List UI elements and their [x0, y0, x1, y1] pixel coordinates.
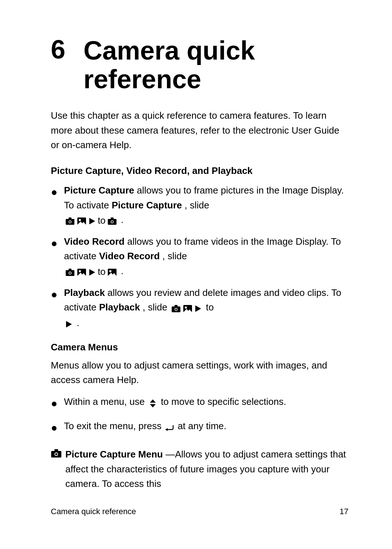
bullet-content-1: Picture Capture allows you to frame pict… — [64, 183, 348, 228]
svg-marker-31 — [89, 269, 95, 276]
svg-marker-19 — [89, 218, 95, 224]
bullet-menu-2: ● To exit the menu, press at any time. — [51, 419, 348, 436]
page-content: 6 Camera quickreference Use this chapter… — [51, 29, 348, 491]
slide-icons-2: to — [65, 264, 117, 279]
page-footer: Camera quick reference 17 — [51, 507, 348, 516]
bullet-content-2: Video Record allows you to frame videos … — [64, 234, 348, 279]
svg-point-23 — [111, 221, 113, 223]
camera-icon-3 — [171, 301, 181, 315]
bullet-picture-capture: ● Picture Capture allows you to frame pi… — [51, 183, 348, 228]
bullet-dot-m2: ● — [51, 419, 57, 436]
share-icon-3 — [183, 301, 192, 315]
menu-text-2a: To exit the menu, press — [64, 420, 164, 431]
chapter-title: Camera quickreference — [83, 36, 255, 94]
bullet-content-m2: To exit the menu, press at any time. — [64, 419, 348, 434]
term-video-record-2: Video Record — [99, 251, 160, 261]
period-3: . — [77, 317, 79, 328]
play-icon-2 — [89, 264, 96, 279]
svg-rect-48 — [54, 449, 58, 451]
menu-text-1a: Within a menu, use — [64, 396, 147, 407]
bullet-dot-1: ● — [51, 184, 57, 201]
intro-paragraph: Use this chapter as a quick reference to… — [51, 108, 348, 152]
section2-intro: Menus allow you to adjust camera setting… — [51, 358, 348, 387]
period-1: . — [121, 214, 123, 225]
camera-icon-menu — [51, 448, 62, 462]
slide-icons-1: to — [65, 213, 117, 228]
camera-icon-dest-1 — [107, 213, 117, 228]
text-1b: , slide — [184, 200, 209, 211]
svg-point-50 — [55, 453, 57, 455]
menu-text-2b: at any time. — [177, 420, 226, 431]
svg-point-17 — [79, 219, 81, 221]
svg-marker-45 — [150, 404, 156, 407]
svg-rect-21 — [111, 217, 114, 219]
svg-marker-44 — [150, 399, 156, 403]
camera-icon-2 — [65, 264, 75, 279]
period-2: . — [121, 265, 123, 276]
to-text-2: to — [98, 264, 106, 279]
slide-icons-3-inline — [171, 301, 202, 315]
chapter-header: 6 Camera quickreference — [51, 36, 348, 94]
term-picture-capture-menu: Picture Capture Menu — [65, 449, 163, 460]
section1-heading: Picture Capture, Video Record, and Playb… — [51, 165, 348, 176]
bullet-playback: ● Playback allows you review and delete … — [51, 285, 348, 331]
svg-marker-43 — [66, 321, 72, 328]
bullet-dot-2: ● — [51, 235, 57, 252]
bullet-content-m1: Within a menu, use to move to specific s… — [64, 394, 348, 410]
footer-right: 17 — [340, 507, 348, 516]
share-icon-1 — [77, 213, 86, 228]
bullet-menu-1: ● Within a menu, use to move to specific… — [51, 394, 348, 412]
text-3b: , slide — [143, 302, 170, 313]
bullet-list-section2: ● Within a menu, use to move to specific… — [51, 394, 348, 436]
svg-point-27 — [69, 272, 71, 274]
share-icon-2 — [77, 264, 86, 279]
icon-block-picture-capture-menu: Picture Capture Menu —Allows you to adju… — [51, 447, 348, 491]
svg-rect-13 — [69, 217, 72, 219]
video-icon-dest-2 — [107, 264, 117, 279]
play-icon-1 — [89, 213, 96, 228]
svg-point-15 — [69, 221, 71, 223]
chapter-number: 6 — [51, 36, 73, 62]
term-video-record: Video Record — [64, 236, 124, 247]
term-playback-2: Playback — [99, 302, 140, 313]
text-2b: , slide — [162, 251, 187, 261]
slide-icons-3-dest — [65, 316, 73, 331]
footer-left: Camera quick reference — [51, 507, 136, 516]
term-picture-capture: Picture Capture — [64, 185, 134, 196]
svg-rect-36 — [175, 305, 177, 307]
icon-block-text: Picture Capture Menu —Allows you to adju… — [65, 447, 348, 491]
bullet-content-3: Playback allows you review and delete im… — [64, 285, 348, 331]
term-picture-capture-2: Picture Capture — [112, 200, 182, 211]
svg-point-29 — [79, 270, 81, 272]
to-text-1: to — [98, 213, 106, 228]
to-text-3: to — [206, 302, 214, 313]
svg-point-33 — [109, 270, 111, 272]
bullet-list-section1: ● Picture Capture allows you to frame pi… — [51, 183, 348, 331]
play-icon-3 — [195, 301, 202, 315]
bullet-video-record: ● Video Record allows you to frame video… — [51, 234, 348, 279]
bullet-dot-3: ● — [51, 286, 57, 303]
bullet-dot-m1: ● — [51, 395, 57, 412]
camera-icon-1 — [65, 213, 75, 228]
back-arrow-icon — [164, 419, 175, 434]
menu-text-1b: to move to specific selections. — [161, 396, 286, 407]
svg-point-40 — [185, 306, 187, 309]
play-dest-icon-3 — [65, 316, 73, 331]
svg-marker-42 — [195, 305, 201, 312]
updown-arrow-icon — [148, 395, 158, 410]
svg-marker-46 — [165, 428, 168, 431]
term-playback: Playback — [64, 287, 105, 298]
svg-rect-25 — [69, 269, 72, 271]
section2-heading: Camera Menus — [51, 342, 348, 353]
page: 6 Camera quickreference Use this chapter… — [0, 0, 392, 549]
svg-point-38 — [175, 309, 177, 310]
